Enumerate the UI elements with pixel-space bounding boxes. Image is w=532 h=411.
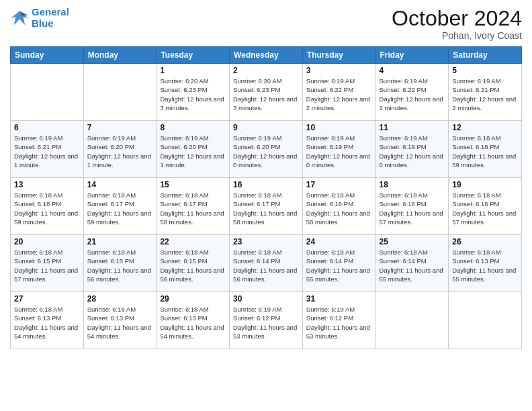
day-info: Sunrise: 6:19 AM Sunset: 6:12 PM Dayligh…	[306, 305, 372, 340]
calendar-cell: 3Sunrise: 6:19 AM Sunset: 6:22 PM Daylig…	[302, 64, 375, 121]
day-number: 20	[14, 237, 80, 246]
calendar-cell: 4Sunrise: 6:19 AM Sunset: 6:22 PM Daylig…	[375, 64, 449, 121]
day-info: Sunrise: 6:18 AM Sunset: 6:16 PM Dayligh…	[306, 191, 372, 226]
day-number: 25	[380, 237, 445, 246]
day-number: 8	[160, 123, 226, 132]
day-number: 14	[87, 180, 153, 189]
calendar-cell: 15Sunrise: 6:18 AM Sunset: 6:17 PM Dayli…	[157, 178, 230, 235]
calendar-week-row: 27Sunrise: 6:18 AM Sunset: 6:13 PM Dayli…	[11, 292, 522, 349]
day-number: 13	[14, 180, 80, 189]
weekday-header: Saturday	[449, 47, 522, 64]
header: General Blue October 2024 Pohan, Ivory C…	[10, 7, 522, 41]
day-number: 4	[380, 66, 445, 75]
calendar-cell: 27Sunrise: 6:18 AM Sunset: 6:13 PM Dayli…	[11, 292, 84, 349]
calendar-cell	[83, 64, 157, 121]
calendar-cell: 30Sunrise: 6:19 AM Sunset: 6:12 PM Dayli…	[230, 292, 303, 349]
day-info: Sunrise: 6:18 AM Sunset: 6:17 PM Dayligh…	[233, 191, 299, 226]
calendar-table: SundayMondayTuesdayWednesdayThursdayFrid…	[10, 46, 522, 349]
day-number: 12	[452, 123, 518, 132]
day-number: 11	[380, 123, 445, 132]
location: Pohan, Ivory Coast	[392, 30, 522, 41]
day-info: Sunrise: 6:19 AM Sunset: 6:20 PM Dayligh…	[160, 134, 226, 169]
day-info: Sunrise: 6:20 AM Sunset: 6:23 PM Dayligh…	[233, 77, 299, 112]
calendar-week-row: 6Sunrise: 6:19 AM Sunset: 6:21 PM Daylig…	[11, 121, 522, 178]
weekday-header: Monday	[83, 47, 157, 64]
calendar-cell: 14Sunrise: 6:18 AM Sunset: 6:17 PM Dayli…	[83, 178, 157, 235]
page: General Blue October 2024 Pohan, Ivory C…	[0, 0, 532, 411]
day-info: Sunrise: 6:19 AM Sunset: 6:21 PM Dayligh…	[452, 77, 518, 112]
calendar-cell: 17Sunrise: 6:18 AM Sunset: 6:16 PM Dayli…	[302, 178, 375, 235]
day-number: 6	[14, 123, 80, 132]
calendar-cell: 8Sunrise: 6:19 AM Sunset: 6:20 PM Daylig…	[157, 121, 230, 178]
day-number: 19	[452, 180, 518, 189]
day-number: 22	[160, 237, 226, 246]
day-info: Sunrise: 6:19 AM Sunset: 6:12 PM Dayligh…	[233, 305, 299, 340]
day-info: Sunrise: 6:19 AM Sunset: 6:22 PM Dayligh…	[306, 77, 372, 112]
day-info: Sunrise: 6:18 AM Sunset: 6:16 PM Dayligh…	[452, 191, 518, 226]
day-info: Sunrise: 6:19 AM Sunset: 6:21 PM Dayligh…	[14, 134, 80, 169]
day-number: 27	[14, 294, 80, 304]
logo-text: General Blue	[32, 7, 69, 29]
calendar-cell: 26Sunrise: 6:18 AM Sunset: 6:13 PM Dayli…	[449, 235, 522, 292]
svg-marker-0	[11, 11, 28, 25]
day-number: 30	[233, 294, 299, 304]
calendar-cell: 7Sunrise: 6:19 AM Sunset: 6:20 PM Daylig…	[83, 121, 157, 178]
day-info: Sunrise: 6:18 AM Sunset: 6:15 PM Dayligh…	[14, 248, 80, 283]
calendar-week-row: 20Sunrise: 6:18 AM Sunset: 6:15 PM Dayli…	[11, 235, 522, 292]
calendar-cell: 12Sunrise: 6:18 AM Sunset: 6:18 PM Dayli…	[449, 121, 522, 178]
weekday-header: Thursday	[302, 47, 375, 64]
day-number: 5	[452, 66, 518, 75]
day-info: Sunrise: 6:19 AM Sunset: 6:19 PM Dayligh…	[380, 134, 445, 169]
calendar-cell: 25Sunrise: 6:18 AM Sunset: 6:14 PM Dayli…	[375, 235, 449, 292]
calendar-cell: 31Sunrise: 6:19 AM Sunset: 6:12 PM Dayli…	[302, 292, 375, 349]
day-info: Sunrise: 6:19 AM Sunset: 6:19 PM Dayligh…	[306, 134, 372, 169]
calendar-cell: 1Sunrise: 6:20 AM Sunset: 6:23 PM Daylig…	[157, 64, 230, 121]
weekday-header: Tuesday	[157, 47, 230, 64]
logo-icon	[10, 9, 29, 28]
calendar-cell: 6Sunrise: 6:19 AM Sunset: 6:21 PM Daylig…	[11, 121, 84, 178]
calendar-cell: 19Sunrise: 6:18 AM Sunset: 6:16 PM Dayli…	[449, 178, 522, 235]
logo: General Blue	[10, 7, 69, 29]
day-number: 31	[306, 294, 372, 304]
day-number: 29	[160, 294, 226, 304]
calendar-cell	[11, 64, 84, 121]
day-number: 2	[233, 66, 299, 75]
month-title: October 2024	[392, 7, 522, 30]
calendar-cell: 5Sunrise: 6:19 AM Sunset: 6:21 PM Daylig…	[449, 64, 522, 121]
day-info: Sunrise: 6:18 AM Sunset: 6:13 PM Dayligh…	[452, 248, 518, 283]
day-info: Sunrise: 6:18 AM Sunset: 6:15 PM Dayligh…	[160, 248, 226, 283]
title-area: October 2024 Pohan, Ivory Coast	[392, 7, 522, 41]
calendar-cell: 22Sunrise: 6:18 AM Sunset: 6:15 PM Dayli…	[157, 235, 230, 292]
calendar-cell: 28Sunrise: 6:18 AM Sunset: 6:13 PM Dayli…	[83, 292, 157, 349]
calendar-week-row: 1Sunrise: 6:20 AM Sunset: 6:23 PM Daylig…	[11, 64, 522, 121]
day-number: 1	[160, 66, 226, 75]
calendar-cell: 21Sunrise: 6:18 AM Sunset: 6:15 PM Dayli…	[83, 235, 157, 292]
day-number: 28	[87, 294, 153, 304]
calendar-cell	[375, 292, 449, 349]
calendar-cell: 9Sunrise: 6:19 AM Sunset: 6:20 PM Daylig…	[230, 121, 303, 178]
day-number: 10	[306, 123, 372, 132]
calendar-cell: 13Sunrise: 6:18 AM Sunset: 6:18 PM Dayli…	[11, 178, 84, 235]
day-info: Sunrise: 6:18 AM Sunset: 6:17 PM Dayligh…	[160, 191, 226, 226]
calendar-cell: 16Sunrise: 6:18 AM Sunset: 6:17 PM Dayli…	[230, 178, 303, 235]
calendar-cell: 24Sunrise: 6:18 AM Sunset: 6:14 PM Dayli…	[302, 235, 375, 292]
day-info: Sunrise: 6:18 AM Sunset: 6:17 PM Dayligh…	[87, 191, 153, 226]
day-number: 17	[306, 180, 372, 189]
calendar-cell: 11Sunrise: 6:19 AM Sunset: 6:19 PM Dayli…	[375, 121, 449, 178]
weekday-header: Friday	[375, 47, 449, 64]
calendar-cell: 29Sunrise: 6:18 AM Sunset: 6:13 PM Dayli…	[157, 292, 230, 349]
day-info: Sunrise: 6:18 AM Sunset: 6:13 PM Dayligh…	[160, 305, 226, 340]
day-info: Sunrise: 6:19 AM Sunset: 6:22 PM Dayligh…	[380, 77, 445, 112]
day-info: Sunrise: 6:18 AM Sunset: 6:13 PM Dayligh…	[14, 305, 80, 340]
day-number: 7	[87, 123, 153, 132]
day-info: Sunrise: 6:20 AM Sunset: 6:23 PM Dayligh…	[160, 77, 226, 112]
calendar-week-row: 13Sunrise: 6:18 AM Sunset: 6:18 PM Dayli…	[11, 178, 522, 235]
day-info: Sunrise: 6:18 AM Sunset: 6:18 PM Dayligh…	[14, 191, 80, 226]
day-info: Sunrise: 6:18 AM Sunset: 6:15 PM Dayligh…	[87, 248, 153, 283]
day-info: Sunrise: 6:19 AM Sunset: 6:20 PM Dayligh…	[233, 134, 299, 169]
weekday-header: Wednesday	[230, 47, 303, 64]
day-number: 23	[233, 237, 299, 246]
day-number: 3	[306, 66, 372, 75]
day-info: Sunrise: 6:18 AM Sunset: 6:13 PM Dayligh…	[87, 305, 153, 340]
day-number: 21	[87, 237, 153, 246]
